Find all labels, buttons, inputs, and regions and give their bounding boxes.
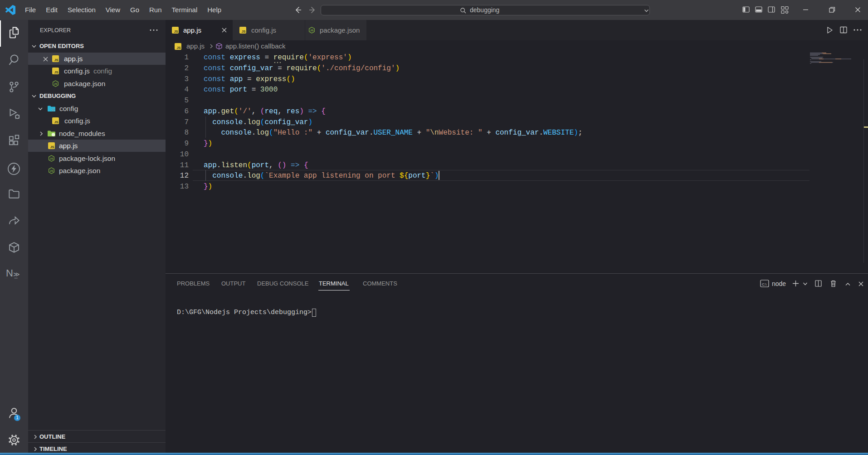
svg-text:JS: JS (176, 46, 180, 50)
svg-text:JS: JS (174, 29, 178, 34)
svg-text:C:\: C:\ (762, 282, 767, 286)
svg-text:JS: JS (50, 157, 53, 160)
svg-text:JS: JS (54, 58, 58, 62)
svg-text:JS: JS (54, 70, 58, 74)
svg-text:JS: JS (241, 29, 245, 34)
svg-text:JS: JS (54, 82, 57, 85)
svg-text:JS: JS (50, 145, 54, 149)
svg-text:JS: JS (54, 120, 58, 124)
svg-text:JS: JS (50, 169, 53, 172)
svg-text:JS: JS (310, 29, 313, 32)
